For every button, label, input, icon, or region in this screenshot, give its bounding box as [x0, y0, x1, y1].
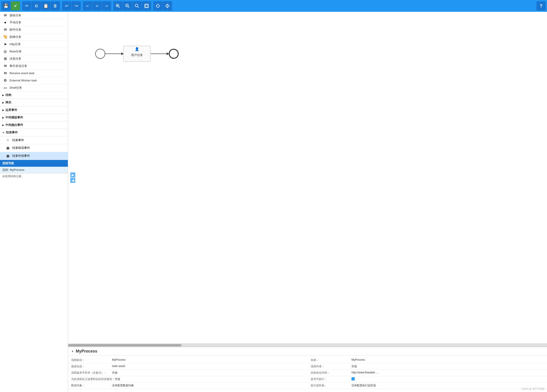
- paste-button[interactable]: 📋: [41, 1, 50, 10]
- bottom-props-left: 流程标识：MyProcess描述信息：hello world流程版本字符串（仅备…: [68, 356, 308, 390]
- prop-value: MyProcess: [351, 358, 365, 361]
- sidebar-section-end-event[interactable]: ▼ 结束事件: [0, 129, 68, 136]
- zoom-out-button[interactable]: [123, 1, 132, 10]
- sidebar-section-intermediate-throw[interactable]: ▶ 中间抛出事件: [0, 121, 68, 129]
- prop-value: http://www.flowable. ...: [351, 371, 378, 374]
- prop-value-checkbox[interactable]: ✓: [351, 377, 355, 380]
- section-intermediate-catch-label: 中间捕捉事件: [6, 116, 23, 120]
- sidebar-section-intermediate-catch[interactable]: ▶ 中间捕捉事件: [0, 114, 68, 121]
- sidebar-item-event-send-task[interactable]: ✉ 事件发送任务: [0, 62, 68, 70]
- prop-row: 为此流程定义设置特定的历史级别：空值: [68, 376, 308, 383]
- sidebar-item-http-task[interactable]: ➤ Http任务: [0, 41, 68, 48]
- validate-button[interactable]: ✔: [11, 1, 20, 10]
- sidebar-item-mule-task[interactable]: ◎ Mule任务: [0, 48, 68, 55]
- sidebar-section-boundary-event[interactable]: ▶ 边界事件: [0, 106, 68, 114]
- sidebar-item-label: Receive event task: [9, 71, 34, 75]
- zoom-actual-button[interactable]: [132, 1, 142, 10]
- section-intermediate-throw-label: 中间抛出事件: [6, 123, 23, 127]
- sidebar-item-end-event-none[interactable]: ○ 结束事件: [0, 136, 68, 144]
- canvas-horizontal-scrollbar[interactable]: [68, 344, 547, 347]
- sidebar-item-label: Shell任务: [9, 86, 22, 90]
- bpmn-sequence-flow-1: [105, 54, 123, 54]
- collapse-left-button[interactable]: ◀: [70, 178, 75, 183]
- canvas-scrollbar-thumb[interactable]: [68, 344, 181, 346]
- sidebar-item-decision-task[interactable]: ⊞ 决策任务: [0, 55, 68, 62]
- prop-label: 为此流程定义设置特定的历史级别：: [71, 377, 115, 381]
- zoom-in-button[interactable]: [113, 1, 123, 10]
- checkbox-checked-icon[interactable]: ✓: [351, 377, 355, 380]
- flow-hint-text: 未使用结构元素。: [2, 175, 24, 178]
- sidebar-section-structure[interactable]: ▶ 结构: [0, 91, 68, 99]
- sidebar-item-camel-task[interactable]: 🐪 驼峰任务: [0, 33, 68, 41]
- align-right-button[interactable]: ⇒: [102, 1, 111, 10]
- sidebar-item-label: 结束补偿事件: [12, 154, 30, 158]
- sidebar-item-external-worker-task[interactable]: ⚙ External Worker task: [0, 77, 68, 84]
- shell-task-icon: ▭: [3, 86, 8, 90]
- sidebar-item-label: 决策任务: [9, 57, 21, 61]
- camel-task-icon: 🐪: [3, 35, 8, 39]
- sidebar-item-label: 结束事件: [12, 138, 24, 142]
- prop-row: 目标命名空间：http://www.flowable. ...: [308, 370, 547, 376]
- route1-button[interactable]: [153, 1, 162, 10]
- prop-value: 空值: [112, 371, 117, 375]
- bpmn-user-task[interactable]: 👤 用户任务: [123, 46, 150, 62]
- align-left-button[interactable]: ⇐: [83, 1, 92, 10]
- bpmn-end-event[interactable]: [169, 49, 179, 59]
- prop-row: 流程标识：MyProcess: [68, 357, 308, 364]
- section-end-event-arrow: ▼: [2, 131, 5, 134]
- prop-row: 名称：MyProcess: [308, 357, 547, 364]
- cut-button[interactable]: ✂: [22, 1, 31, 10]
- prop-value: hello world: [112, 364, 125, 368]
- receive-task-icon: ✉: [3, 13, 8, 17]
- bpmn-flow: 👤 用户任务: [95, 46, 179, 62]
- sidebar-item-mail-task[interactable]: ✉ 邮件任务: [0, 26, 68, 33]
- delete-button[interactable]: 🗑: [51, 1, 60, 10]
- svg-line-8: [137, 6, 139, 8]
- flow-nav-header: 流程导航: [0, 160, 68, 167]
- svg-line-1: [118, 6, 120, 8]
- sidebar-item-label: External Worker task: [9, 79, 37, 82]
- sidebar-item-receive-task[interactable]: ✉ 接收任务: [0, 12, 68, 19]
- mail-task-icon: ✉: [3, 28, 8, 32]
- manual-task-icon: ●: [3, 21, 8, 25]
- prop-label: 流程作者：: [311, 364, 351, 368]
- sidebar-item-label: 接收任务: [9, 13, 21, 17]
- sidebar-item-label: Http任务: [9, 42, 21, 46]
- undo-button[interactable]: ↩: [62, 1, 71, 10]
- sidebar-item-manual-task[interactable]: ● 手动任务: [0, 19, 68, 26]
- bottom-panel: ▼ MyProcess 流程标识：MyProcess描述信息：hello wor…: [68, 347, 547, 392]
- canvas[interactable]: ▶ ◀ 👤 用户任务: [68, 12, 547, 344]
- sidebar-item-receive-event-task[interactable]: ✉ Receive event task: [0, 70, 68, 77]
- bpmn-sequence-flow-2: [150, 54, 169, 54]
- save-button[interactable]: 💾: [1, 1, 10, 10]
- prop-value: 空值: [115, 377, 120, 381]
- sidebar-item-end-event-error[interactable]: ◉ 结束错误事件: [0, 144, 68, 152]
- collapse-right-button[interactable]: ▶: [70, 172, 75, 177]
- section-boundary-arrow: ▶: [2, 109, 4, 111]
- help-button[interactable]: ?: [537, 1, 546, 10]
- section-intermediate-throw-arrow: ▶: [2, 124, 4, 126]
- prop-value: 没有配置执行监听器: [351, 384, 376, 387]
- prop-label: 名称：: [311, 358, 351, 362]
- sidebar-item-label: 邮件任务: [9, 28, 21, 32]
- redo-button[interactable]: ↪: [72, 1, 81, 10]
- sidebar-item-shell-task[interactable]: ▭ Shell任务: [0, 84, 68, 91]
- copy-button[interactable]: ⧉: [32, 1, 41, 10]
- user-task-label: 用户任务: [131, 53, 143, 57]
- align-center-button[interactable]: ⇔: [93, 1, 102, 10]
- prop-row: 描述信息：hello world: [68, 364, 308, 370]
- section-boundary-label: 边界事件: [6, 108, 17, 112]
- sidebar-item-end-event-comp[interactable]: ◉ 结束补偿事件: [0, 152, 68, 160]
- route2-button[interactable]: [163, 1, 172, 10]
- sidebar: ✉ 接收任务 ● 手动任务 ✉ 邮件任务 🐪 驼峰任务 ➤ Http任务 ◎ M…: [0, 12, 68, 392]
- fit-button[interactable]: [142, 1, 151, 10]
- bpmn-diagram: 👤 用户任务: [95, 46, 179, 62]
- section-gateway-label: 网关: [6, 101, 11, 105]
- bpmn-start-event[interactable]: [95, 49, 105, 59]
- prop-row: 是否可执行：✓: [308, 376, 547, 383]
- prop-label: 流程标识：: [71, 358, 112, 362]
- main-layout: ✉ 接收任务 ● 手动任务 ✉ 邮件任务 🐪 驼峰任务 ➤ Http任务 ◎ M…: [0, 12, 547, 392]
- section-gateway-arrow: ▶: [2, 101, 4, 104]
- sidebar-section-gateway[interactable]: ▶ 网关: [0, 99, 68, 106]
- bottom-panel-title-text: MyProcess: [76, 349, 97, 354]
